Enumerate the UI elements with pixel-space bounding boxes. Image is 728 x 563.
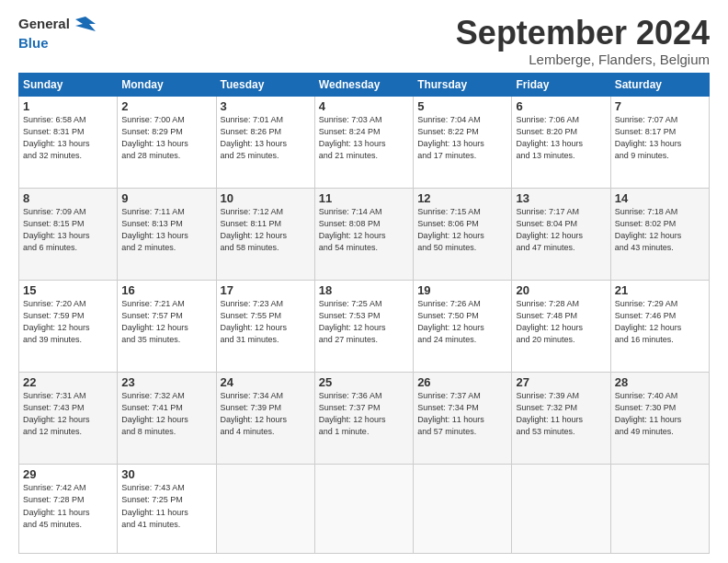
day-number: 14 bbox=[615, 191, 705, 205]
calendar-cell: 29Sunrise: 7:42 AM Sunset: 7:28 PM Dayli… bbox=[19, 465, 118, 554]
logo-text-general: General bbox=[18, 15, 96, 35]
day-number: 25 bbox=[319, 375, 409, 389]
day-info: Sunrise: 7:01 AM Sunset: 8:26 PM Dayligh… bbox=[221, 114, 311, 162]
day-info: Sunrise: 6:58 AM Sunset: 8:31 PM Dayligh… bbox=[23, 114, 113, 162]
day-info: Sunrise: 7:17 AM Sunset: 8:04 PM Dayligh… bbox=[516, 206, 606, 254]
day-number: 17 bbox=[221, 283, 311, 297]
weekday-header: Friday bbox=[512, 73, 610, 96]
day-number: 7 bbox=[615, 99, 705, 113]
calendar-cell: 3Sunrise: 7:01 AM Sunset: 8:26 PM Daylig… bbox=[216, 96, 314, 188]
day-info: Sunrise: 7:11 AM Sunset: 8:13 PM Dayligh… bbox=[121, 206, 211, 254]
day-number: 12 bbox=[417, 191, 507, 205]
day-number: 18 bbox=[319, 283, 409, 297]
calendar-cell bbox=[216, 465, 314, 554]
calendar-cell: 23Sunrise: 7:32 AM Sunset: 7:41 PM Dayli… bbox=[118, 373, 216, 465]
day-info: Sunrise: 7:42 AM Sunset: 7:28 PM Dayligh… bbox=[23, 482, 113, 530]
calendar-cell bbox=[512, 465, 610, 554]
day-info: Sunrise: 7:25 AM Sunset: 7:53 PM Dayligh… bbox=[319, 298, 409, 346]
calendar-cell bbox=[610, 465, 709, 554]
day-info: Sunrise: 7:12 AM Sunset: 8:11 PM Dayligh… bbox=[221, 206, 311, 254]
day-info: Sunrise: 7:09 AM Sunset: 8:15 PM Dayligh… bbox=[23, 206, 113, 254]
day-number: 19 bbox=[417, 283, 507, 297]
logo-bird-icon bbox=[75, 15, 96, 35]
calendar: SundayMondayTuesdayWednesdayThursdayFrid… bbox=[18, 73, 710, 554]
day-info: Sunrise: 7:26 AM Sunset: 7:50 PM Dayligh… bbox=[417, 298, 507, 346]
calendar-cell: 30Sunrise: 7:43 AM Sunset: 7:25 PM Dayli… bbox=[118, 465, 216, 554]
calendar-cell: 10Sunrise: 7:12 AM Sunset: 8:11 PM Dayli… bbox=[216, 188, 314, 280]
day-number: 9 bbox=[121, 191, 211, 205]
day-info: Sunrise: 7:00 AM Sunset: 8:29 PM Dayligh… bbox=[121, 114, 211, 162]
day-info: Sunrise: 7:43 AM Sunset: 7:25 PM Dayligh… bbox=[121, 482, 211, 530]
day-info: Sunrise: 7:36 AM Sunset: 7:37 PM Dayligh… bbox=[319, 390, 409, 438]
day-number: 8 bbox=[23, 191, 113, 205]
day-number: 3 bbox=[221, 99, 311, 113]
day-info: Sunrise: 7:03 AM Sunset: 8:24 PM Dayligh… bbox=[319, 114, 409, 162]
calendar-cell: 22Sunrise: 7:31 AM Sunset: 7:43 PM Dayli… bbox=[19, 373, 118, 465]
day-number: 28 bbox=[615, 375, 705, 389]
day-info: Sunrise: 7:07 AM Sunset: 8:17 PM Dayligh… bbox=[615, 114, 705, 162]
calendar-cell: 13Sunrise: 7:17 AM Sunset: 8:04 PM Dayli… bbox=[512, 188, 610, 280]
month-title: September 2024 bbox=[456, 15, 710, 52]
calendar-cell: 2Sunrise: 7:00 AM Sunset: 8:29 PM Daylig… bbox=[118, 96, 216, 188]
weekday-header: Thursday bbox=[414, 73, 512, 96]
calendar-cell: 5Sunrise: 7:04 AM Sunset: 8:22 PM Daylig… bbox=[414, 96, 512, 188]
day-number: 24 bbox=[221, 375, 311, 389]
calendar-cell: 17Sunrise: 7:23 AM Sunset: 7:55 PM Dayli… bbox=[216, 281, 314, 373]
calendar-cell: 26Sunrise: 7:37 AM Sunset: 7:34 PM Dayli… bbox=[414, 373, 512, 465]
calendar-cell: 11Sunrise: 7:14 AM Sunset: 8:08 PM Dayli… bbox=[314, 188, 413, 280]
day-info: Sunrise: 7:37 AM Sunset: 7:34 PM Dayligh… bbox=[417, 390, 507, 438]
page: General Blue September 2024 Lemberge, Fl… bbox=[0, 0, 728, 563]
day-info: Sunrise: 7:34 AM Sunset: 7:39 PM Dayligh… bbox=[221, 390, 311, 438]
day-number: 2 bbox=[121, 99, 211, 113]
day-info: Sunrise: 7:40 AM Sunset: 7:30 PM Dayligh… bbox=[615, 390, 705, 438]
day-number: 16 bbox=[121, 283, 211, 297]
day-number: 5 bbox=[417, 99, 507, 113]
day-info: Sunrise: 7:15 AM Sunset: 8:06 PM Dayligh… bbox=[417, 206, 507, 254]
day-info: Sunrise: 7:04 AM Sunset: 8:22 PM Dayligh… bbox=[417, 114, 507, 162]
day-number: 30 bbox=[121, 467, 211, 481]
day-info: Sunrise: 7:14 AM Sunset: 8:08 PM Dayligh… bbox=[319, 206, 409, 254]
day-info: Sunrise: 7:29 AM Sunset: 7:46 PM Dayligh… bbox=[615, 298, 705, 346]
calendar-cell: 9Sunrise: 7:11 AM Sunset: 8:13 PM Daylig… bbox=[118, 188, 216, 280]
day-info: Sunrise: 7:20 AM Sunset: 7:59 PM Dayligh… bbox=[23, 298, 113, 346]
svg-marker-0 bbox=[75, 17, 96, 31]
calendar-cell: 12Sunrise: 7:15 AM Sunset: 8:06 PM Dayli… bbox=[414, 188, 512, 280]
calendar-cell: 24Sunrise: 7:34 AM Sunset: 7:39 PM Dayli… bbox=[216, 373, 314, 465]
weekday-header: Saturday bbox=[610, 73, 709, 96]
day-number: 23 bbox=[121, 375, 211, 389]
calendar-cell: 1Sunrise: 6:58 AM Sunset: 8:31 PM Daylig… bbox=[19, 96, 118, 188]
day-number: 15 bbox=[23, 283, 113, 297]
day-info: Sunrise: 7:39 AM Sunset: 7:32 PM Dayligh… bbox=[516, 390, 606, 438]
calendar-header-row: SundayMondayTuesdayWednesdayThursdayFrid… bbox=[19, 73, 710, 96]
weekday-header: Tuesday bbox=[216, 73, 314, 96]
day-number: 29 bbox=[23, 467, 113, 481]
day-number: 26 bbox=[417, 375, 507, 389]
day-info: Sunrise: 7:28 AM Sunset: 7:48 PM Dayligh… bbox=[516, 298, 606, 346]
weekday-header: Wednesday bbox=[314, 73, 413, 96]
day-number: 20 bbox=[516, 283, 606, 297]
calendar-cell: 8Sunrise: 7:09 AM Sunset: 8:15 PM Daylig… bbox=[19, 188, 118, 280]
calendar-cell: 19Sunrise: 7:26 AM Sunset: 7:50 PM Dayli… bbox=[414, 281, 512, 373]
calendar-cell: 28Sunrise: 7:40 AM Sunset: 7:30 PM Dayli… bbox=[610, 373, 709, 465]
calendar-cell: 16Sunrise: 7:21 AM Sunset: 7:57 PM Dayli… bbox=[118, 281, 216, 373]
day-number: 13 bbox=[516, 191, 606, 205]
calendar-cell: 6Sunrise: 7:06 AM Sunset: 8:20 PM Daylig… bbox=[512, 96, 610, 188]
calendar-cell: 20Sunrise: 7:28 AM Sunset: 7:48 PM Dayli… bbox=[512, 281, 610, 373]
calendar-cell bbox=[314, 465, 413, 554]
day-number: 11 bbox=[319, 191, 409, 205]
title-block: September 2024 Lemberge, Flanders, Belgi… bbox=[456, 15, 710, 67]
weekday-header: Monday bbox=[118, 73, 216, 96]
day-number: 21 bbox=[615, 283, 705, 297]
day-number: 10 bbox=[221, 191, 311, 205]
logo: General Blue bbox=[18, 15, 96, 51]
weekday-header: Sunday bbox=[19, 73, 118, 96]
location: Lemberge, Flanders, Belgium bbox=[456, 52, 710, 67]
day-info: Sunrise: 7:32 AM Sunset: 7:41 PM Dayligh… bbox=[121, 390, 211, 438]
calendar-cell: 18Sunrise: 7:25 AM Sunset: 7:53 PM Dayli… bbox=[314, 281, 413, 373]
day-info: Sunrise: 7:06 AM Sunset: 8:20 PM Dayligh… bbox=[516, 114, 606, 162]
calendar-cell: 14Sunrise: 7:18 AM Sunset: 8:02 PM Dayli… bbox=[610, 188, 709, 280]
calendar-cell: 4Sunrise: 7:03 AM Sunset: 8:24 PM Daylig… bbox=[314, 96, 413, 188]
day-info: Sunrise: 7:18 AM Sunset: 8:02 PM Dayligh… bbox=[615, 206, 705, 254]
day-number: 4 bbox=[319, 99, 409, 113]
day-number: 27 bbox=[516, 375, 606, 389]
